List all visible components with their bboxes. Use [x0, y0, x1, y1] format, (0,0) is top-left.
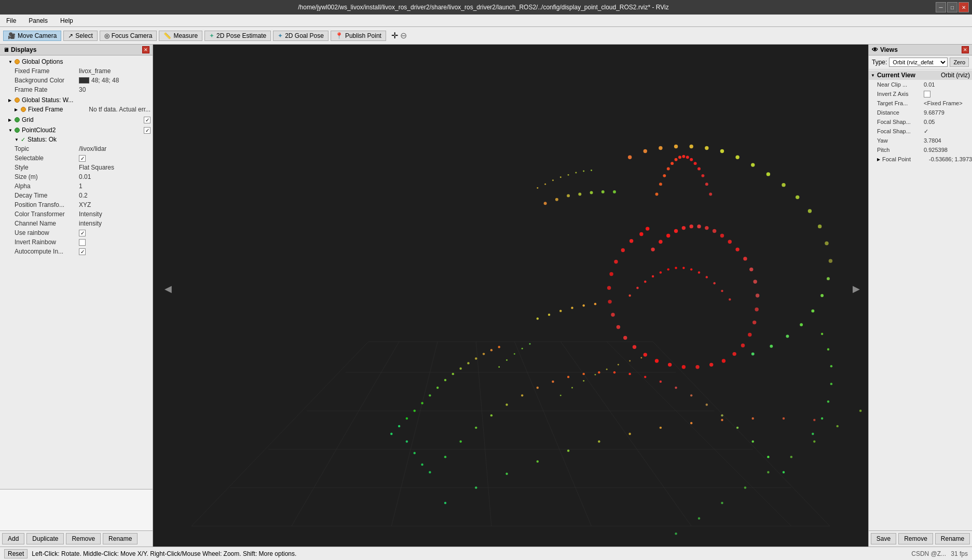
pose-estimate-button[interactable]: ✦ 2D Pose Estimate [204, 31, 271, 41]
maximize-button[interactable]: □ [947, 2, 957, 12]
svg-point-212 [591, 170, 592, 171]
bg-color-swatch[interactable] [79, 77, 89, 83]
pointcloud2-status-row[interactable]: ✓ Status: Ok [0, 135, 153, 144]
svg-point-86 [682, 226, 686, 230]
svg-point-187 [813, 440, 815, 442]
view-type-select[interactable]: Orbit (rviz_defat [889, 58, 948, 67]
svg-point-33 [505, 403, 508, 405]
grid-icon [15, 117, 20, 122]
focus-camera-button[interactable]: ◎ Focus Camera [100, 31, 157, 41]
svg-point-52 [544, 202, 547, 205]
menu-panels[interactable]: Panels [25, 16, 51, 25]
global-status-row[interactable]: Global Status: W... [0, 95, 153, 105]
svg-point-56 [590, 191, 593, 194]
svg-point-61 [659, 146, 662, 150]
pointcloud2-row[interactable]: PointCloud2 ✓ [0, 125, 153, 135]
current-view-arrow[interactable] [871, 73, 875, 78]
displays-tree: Global Options Fixed Frame livox_frame B… [0, 55, 153, 489]
svg-point-96 [753, 280, 757, 284]
invert-z-checkbox[interactable] [924, 91, 930, 97]
svg-point-208 [560, 176, 562, 178]
svg-point-140 [398, 425, 400, 427]
svg-point-189 [859, 410, 861, 412]
measure-button[interactable]: 📏 Measure [159, 31, 202, 41]
svg-point-209 [568, 174, 569, 176]
svg-point-127 [598, 440, 600, 442]
selectable-checkbox[interactable]: ✓ [79, 155, 86, 162]
displays-close-button[interactable]: ✕ [142, 46, 149, 53]
views-rename-button[interactable]: Rename [935, 533, 970, 544]
svg-point-43 [660, 381, 662, 383]
svg-point-194 [606, 369, 608, 370]
autocompute-checkbox[interactable]: ✓ [79, 248, 86, 255]
svg-point-58 [613, 190, 616, 193]
svg-point-62 [674, 145, 678, 148]
publish-point-button[interactable]: 📍 Publish Point [331, 31, 386, 41]
close-button[interactable]: ✕ [959, 2, 969, 12]
menu-help[interactable]: Help [57, 16, 76, 25]
focal-shape2-row: Focal Shap... ✓ [869, 127, 972, 136]
menu-file[interactable]: File [3, 16, 19, 25]
status-help-text: Left-Click: Rotate. Middle-Click: Move X… [32, 550, 296, 557]
pointcloud2-arrow[interactable] [8, 128, 15, 133]
fixed-frame-arrow[interactable] [15, 107, 21, 112]
global-options-item: Global Options Fixed Frame livox_frame B… [0, 57, 153, 95]
select-button[interactable]: ↗ Select [63, 31, 97, 41]
status-arrow[interactable] [15, 137, 21, 142]
goal-pose-button[interactable]: ✦ 2D Goal Pose [273, 31, 328, 41]
left-nav-arrow[interactable]: ◀ [165, 284, 172, 294]
svg-point-114 [608, 300, 611, 303]
svg-point-203 [821, 417, 823, 419]
minimize-button[interactable]: ─ [936, 2, 946, 12]
svg-point-172 [682, 155, 685, 158]
remove-button[interactable]: Remove [66, 533, 101, 544]
svg-point-60 [644, 149, 647, 153]
grid-arrow[interactable] [8, 117, 15, 122]
color-transformer-row: Color Transformer Intensity [0, 209, 153, 219]
views-close-button[interactable]: ✕ [962, 46, 969, 53]
displays-header: 🖥 Displays ✕ [0, 45, 153, 55]
svg-point-17 [421, 402, 423, 404]
select-icon: ↗ [68, 32, 73, 39]
svg-point-124 [505, 473, 508, 475]
svg-point-148 [571, 306, 573, 309]
global-options-row[interactable]: Global Options [0, 57, 153, 66]
svg-point-49 [752, 440, 754, 442]
views-remove-button[interactable]: Remove [898, 533, 933, 544]
use-rainbow-checkbox[interactable]: ✓ [79, 230, 86, 236]
grid-checkbox[interactable]: ✓ [144, 117, 150, 123]
svg-point-16 [414, 410, 416, 412]
svg-point-54 [567, 194, 570, 197]
views-save-button[interactable]: Save [871, 533, 896, 544]
svg-point-24 [475, 357, 477, 359]
global-status-fixed-frame-row[interactable]: Fixed Frame No tf data. Actual err... [0, 105, 153, 114]
svg-point-125 [537, 460, 539, 463]
focal-point-arrow[interactable] [877, 157, 880, 162]
duplicate-button[interactable]: Duplicate [26, 533, 64, 544]
3d-viewport[interactable]: ◀ ▶ [153, 45, 868, 547]
svg-point-202 [827, 400, 829, 402]
global-status-arrow[interactable] [8, 97, 15, 103]
zero-button[interactable]: Zero [950, 58, 969, 67]
svg-point-179 [709, 192, 712, 195]
grid-row[interactable]: Grid ✓ [0, 115, 153, 124]
title-bar: /home/jywl002/ws_livox/install/livox_ros… [0, 0, 972, 15]
svg-point-66 [735, 156, 739, 159]
pitch-row: Pitch 0.925398 [869, 145, 972, 155]
svg-point-162 [713, 282, 715, 284]
reset-button[interactable]: Reset [4, 549, 28, 558]
global-options-arrow[interactable] [8, 59, 15, 64]
svg-point-64 [705, 146, 708, 150]
right-nav-arrow[interactable]: ▶ [853, 284, 860, 294]
invert-rainbow-checkbox[interactable] [79, 239, 86, 246]
svg-point-142 [406, 440, 408, 442]
window-title: /home/jywl002/ws_livox/install/livox_ros… [31, 4, 936, 11]
move-camera-button[interactable]: 🎥 Move Camera [3, 31, 61, 41]
rename-button[interactable]: Rename [103, 533, 138, 544]
svg-point-120 [639, 232, 643, 236]
add-button[interactable]: Add [2, 533, 24, 544]
svg-point-184 [744, 486, 746, 488]
svg-point-113 [611, 313, 614, 316]
svg-point-50 [767, 456, 769, 458]
pointcloud2-checkbox[interactable]: ✓ [144, 127, 150, 134]
